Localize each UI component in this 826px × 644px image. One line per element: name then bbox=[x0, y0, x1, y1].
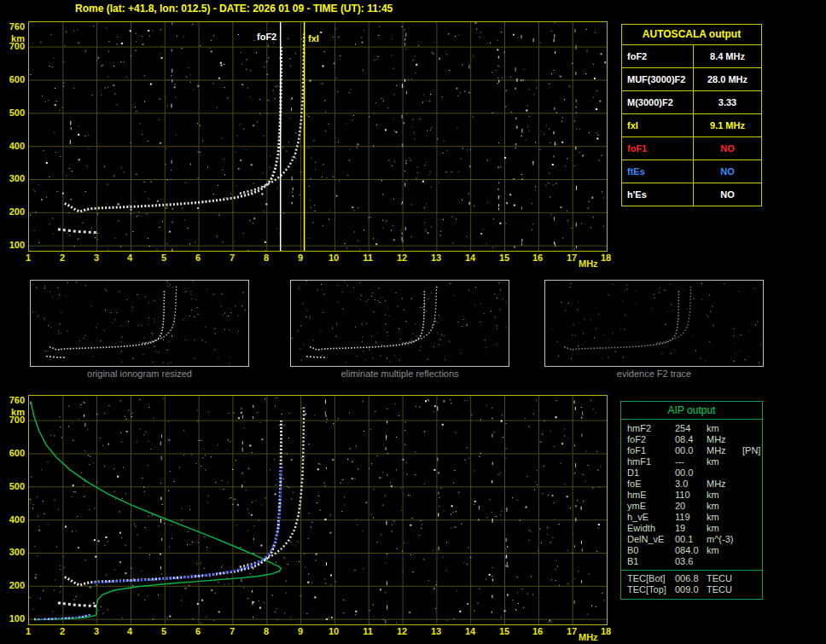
x-tick-label: 12 bbox=[393, 252, 410, 263]
panel-original-ionogram bbox=[30, 280, 249, 367]
row-extra bbox=[742, 490, 762, 501]
row-value: 006.8 bbox=[675, 573, 707, 584]
x-tick-label: 9 bbox=[292, 626, 309, 636]
foF2-marker-label: foF2 bbox=[255, 32, 278, 42]
row-label: B0 bbox=[627, 545, 675, 556]
page-title: Rome (lat: +41.8, lon: 012.5) - DATE: 20… bbox=[75, 3, 393, 15]
y-tick-label: 400 bbox=[4, 514, 25, 525]
autoscala-table: AUTOSCALA output foF2 8.4 MHz MUF(3000)F… bbox=[621, 24, 762, 206]
x-tick-label: 7 bbox=[224, 626, 241, 636]
top-ionogram-canvas bbox=[29, 22, 607, 251]
row-label: D1 bbox=[627, 467, 675, 479]
y-axis-unit: km bbox=[4, 33, 25, 44]
y-tick-label: 300 bbox=[4, 173, 25, 183]
row-unit: km bbox=[707, 490, 742, 501]
table-row: foF2 8.4 MHz bbox=[622, 45, 761, 68]
x-tick-label: 18 bbox=[597, 626, 614, 636]
x-tick-label: 5 bbox=[155, 252, 172, 263]
row-label: DelN_vE bbox=[627, 534, 675, 545]
row-extra bbox=[742, 523, 762, 534]
x-tick-label: 16 bbox=[529, 252, 546, 263]
x-tick-label: 2 bbox=[54, 252, 71, 263]
x-tick-label: 14 bbox=[462, 626, 479, 636]
x-tick-label: 8 bbox=[258, 252, 275, 263]
row-value: 254 bbox=[675, 423, 707, 434]
row-unit bbox=[707, 556, 742, 567]
x-tick-label: 5 bbox=[155, 626, 172, 636]
row-value: 8.4 MHz bbox=[694, 45, 761, 67]
aip-table: AIP output hmF2 254 km foF2 08.4 MHz foF… bbox=[620, 401, 763, 600]
table-row: TEC[Top] 009.0 TECU bbox=[621, 584, 762, 595]
row-value: 9.1 MHz bbox=[694, 114, 761, 136]
row-unit: MHz bbox=[707, 479, 742, 490]
x-tick-label: 18 bbox=[597, 252, 614, 263]
row-value: 28.0 MHz bbox=[694, 68, 761, 90]
table-row: DelN_vE 00.1 m^(-3) bbox=[621, 534, 762, 545]
x-tick-label: 3 bbox=[88, 626, 105, 636]
x-tick-label: 3 bbox=[88, 252, 105, 263]
row-extra bbox=[742, 456, 762, 467]
table-row: hmF1 --- km bbox=[621, 456, 762, 467]
x-tick-label: 1 bbox=[20, 626, 37, 636]
bottom-ionogram-canvas bbox=[29, 396, 607, 624]
mini-ionogram-f2-evidence bbox=[545, 281, 761, 364]
row-label: h_vE bbox=[627, 512, 675, 523]
row-value: 3.33 bbox=[694, 91, 761, 113]
x-tick-label: 16 bbox=[529, 626, 546, 636]
table-row: Ewidth 19 km bbox=[621, 523, 762, 534]
row-label: fxI bbox=[622, 114, 694, 136]
table-row: MUF(3000)F2 28.0 MHz bbox=[622, 68, 761, 91]
table-row: h'Es NO bbox=[622, 183, 761, 206]
row-unit: MHz bbox=[707, 434, 742, 445]
row-label: foF1 bbox=[627, 445, 675, 456]
panel-caption: evidence F2 trace bbox=[544, 368, 764, 379]
row-extra bbox=[742, 534, 762, 545]
table-row: ymE 20 km bbox=[621, 501, 762, 512]
table-row: TEC[Bot] 006.8 TECU bbox=[621, 573, 762, 584]
x-tick-label: 13 bbox=[428, 626, 445, 636]
x-tick-label: 15 bbox=[496, 252, 513, 263]
row-value: 009.0 bbox=[675, 584, 707, 595]
top-ionogram-panel bbox=[28, 21, 608, 252]
x-axis-unit: MHz bbox=[579, 258, 598, 269]
y-tick-label: 300 bbox=[4, 547, 25, 557]
table-row: B0 084.0 km bbox=[621, 545, 762, 556]
row-value: 119 bbox=[675, 512, 707, 523]
row-value: 00.1 bbox=[675, 534, 707, 545]
row-unit: km bbox=[707, 512, 742, 523]
y-tick-label: 200 bbox=[4, 206, 25, 217]
x-tick-label: 17 bbox=[563, 252, 580, 263]
x-tick-label: 17 bbox=[563, 626, 580, 636]
table-row: hmE 110 km bbox=[621, 490, 762, 501]
table-row: h_vE 119 km bbox=[621, 512, 762, 523]
row-extra bbox=[742, 545, 762, 556]
row-value: NO bbox=[694, 183, 761, 206]
row-value: NO bbox=[694, 137, 761, 160]
table-row: fxI 9.1 MHz bbox=[622, 114, 761, 137]
row-unit: km bbox=[707, 501, 742, 512]
row-unit: km bbox=[707, 545, 742, 556]
table-row: M(3000)F2 3.33 bbox=[622, 91, 761, 114]
row-extra: [PN] bbox=[742, 445, 762, 456]
x-tick-label: 7 bbox=[224, 252, 241, 263]
table-row: foF2 08.4 MHz bbox=[621, 434, 762, 445]
row-label: hmF1 bbox=[627, 456, 675, 467]
row-value: 03.6 bbox=[675, 556, 707, 567]
row-label: M(3000)F2 bbox=[622, 91, 694, 113]
y-tick-label: 400 bbox=[4, 141, 25, 151]
table-row: foE 3.0 MHz bbox=[621, 479, 762, 490]
row-unit: km bbox=[707, 523, 742, 534]
row-unit: m^(-3) bbox=[707, 534, 742, 545]
row-label: foE bbox=[627, 479, 675, 490]
y-tick-label: 500 bbox=[4, 107, 25, 118]
x-tick-label: 2 bbox=[54, 626, 71, 636]
row-unit bbox=[707, 467, 742, 479]
table-row: D1 00.0 bbox=[621, 467, 762, 479]
y-tick-label: 100 bbox=[4, 613, 25, 624]
table-row: foF1 NO bbox=[622, 137, 761, 160]
x-tick-label: 12 bbox=[393, 626, 410, 636]
y-tick-label: 100 bbox=[4, 240, 25, 250]
row-extra bbox=[742, 556, 762, 567]
row-label: TEC[Bot] bbox=[627, 573, 675, 584]
y-tick-label: 200 bbox=[4, 580, 25, 590]
